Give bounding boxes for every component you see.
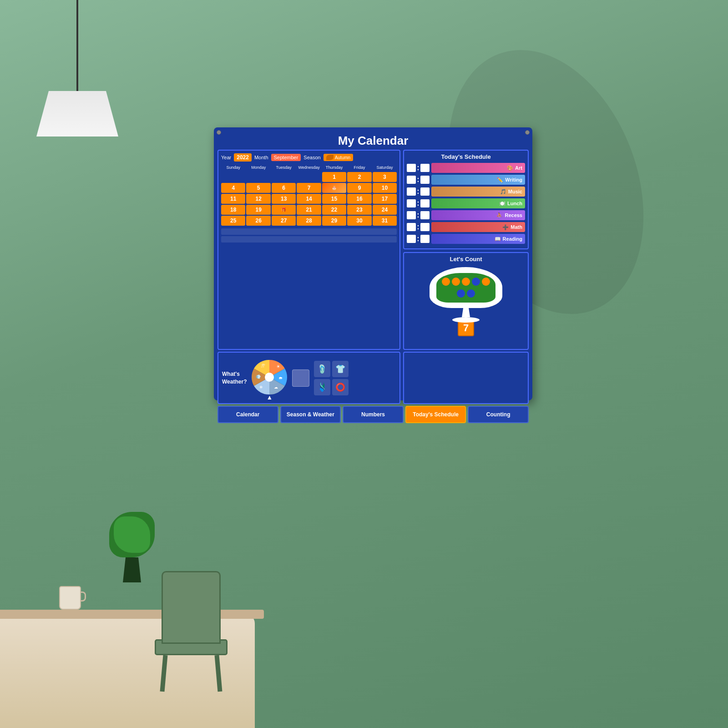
schedule-label-music: Music [508,189,522,194]
seg-icon-4: ❄ [259,385,263,389]
schedule-row-reading: : 📖 Reading [407,234,525,244]
time-min-7 [420,235,430,243]
day-tue: Tuesday [272,164,296,171]
dot-1 [442,278,450,286]
dot-4 [472,278,480,286]
schedule-icon-art: 🎨 [507,165,513,171]
tab-counting[interactable]: Counting [468,406,529,423]
bowl-green-area [436,273,495,303]
lamp-shade [36,91,118,136]
chair-leg-right [215,655,222,692]
bowl-body [430,267,502,308]
schedule-item-writing: ✏️ Writing [431,175,526,185]
day-27: 27 [272,216,296,226]
tab-todays-schedule[interactable]: Today's Schedule [405,406,466,423]
weather-blank-box [292,369,309,387]
time-display-4: : [407,199,429,207]
weather-label-line2: Weather? [222,379,247,385]
year-value: 2022 [234,153,252,162]
day-26: 26 [246,216,270,226]
seg-icon-6: ⛈ [261,364,265,368]
wheel-arrow: ▲ [267,394,273,401]
day-16: 16 [347,194,371,204]
season-value: Autumn [324,154,353,161]
year-label: Year [221,155,231,160]
count-section: Let's Count [403,252,529,350]
seg-icon-5: 💨 [256,374,261,379]
chair-leg-left [160,655,168,692]
weather-section: What's Weather? ☀ [217,352,400,404]
time-display-5: : [407,211,429,219]
day-empty-1 [221,172,245,182]
schedule-row-math: : ➕ Math [407,222,525,232]
tab-season-weather[interactable]: Season & Weather [280,406,341,423]
dot-6 [457,289,465,298]
day-11: 11 [221,194,245,204]
seg-icon-1: ☀ [276,364,280,369]
mount-hole-tl [217,130,221,135]
schedule-label-writing: Writing [505,177,522,182]
tab-season-label: Season & Weather [287,411,334,418]
schedule-label-reading: Reading [503,236,522,242]
day-30: 30 [347,216,371,226]
tab-numbers[interactable]: Numbers [343,406,404,423]
day-3: 3 [373,172,397,182]
day-19: 19 [246,205,270,215]
schedule-item-music: 🎵 Music [431,187,526,197]
day-24: 24 [373,205,397,215]
weather-item-ring: ⭕ [332,379,349,395]
schedule-title: Today's Schedule [407,153,525,160]
day-6: 6 [272,183,296,193]
day-17: 17 [373,194,397,204]
schedule-row-music: : 🎵 Music [407,187,525,197]
time-min-2 [420,176,430,184]
schedule-label-math: Math [511,224,522,230]
day-21: 21 [297,205,321,215]
time-hour-5 [407,211,416,219]
time-hour-4 [407,199,416,207]
schedule-section: Today's Schedule : 🎨 Art [403,150,529,249]
count-title: Let's Count [450,256,482,263]
day-31: 31 [373,216,397,226]
mount-hole-tr [525,130,530,135]
schedule-row-art: : 🎨 Art [407,163,525,173]
calendar-board: My Calendar Year 2022 Month September Se… [214,127,532,400]
day-empty-4 [297,172,321,182]
blank-row-2 [221,236,397,243]
month-value: September [271,154,301,161]
tab-calendar[interactable]: Calendar [217,406,278,423]
tab-numbers-label: Numbers [361,411,385,418]
schedule-item-recess: ⛹️ Recess [431,210,526,220]
time-display: : [407,164,429,172]
seg-icon-3: ☁ [274,385,278,389]
tab-counting-label: Counting [486,411,511,418]
time-hour-3 [407,187,416,196]
schedule-row-writing: : ✏️ Writing [407,175,525,185]
season-label: Season [303,155,320,160]
calendar-grid: 1 2 3 4 5 6 7 🎂 9 10 11 12 13 14 15 16 1… [221,172,397,226]
time-min-6 [420,223,430,231]
day-20: 🎁 [272,205,296,215]
schedule-item-art: 🎨 Art [431,163,526,173]
mug [59,586,81,610]
plant-leaves [109,512,155,557]
board-title: My Calendar [217,131,529,150]
dot-5 [482,278,490,286]
schedule-icon-writing: ✏️ [497,177,503,183]
weather-wheel: ☀ 🌧 ☁ ❄ 💨 ⛈ [251,359,288,395]
weather-item-shirt: 👕 [332,361,349,377]
time-min-5 [420,211,430,219]
bowl-stem [459,308,473,317]
weather-item-sandals: 🩴 [314,361,330,377]
days-header: Sunday Monday Tuesday Wednesday Thursday… [221,164,397,171]
tab-row: Calendar Season & Weather Numbers Today'… [217,406,529,423]
weather-items: 🩴 👕 🩱 ⭕ [314,361,349,395]
chair [155,571,228,692]
day-sat: Saturday [373,164,397,171]
schedule-item-lunch: 🍽️ Lunch [431,198,526,208]
weather-wheel-container: ☀ 🌧 ☁ ❄ 💨 ⛈ ▲ [251,359,288,397]
right-section: Today's Schedule : 🎨 Art [403,150,529,350]
time-hour-7 [407,235,416,243]
schedule-icon-recess: ⛹️ [496,212,503,218]
day-14: 14 [297,194,321,204]
